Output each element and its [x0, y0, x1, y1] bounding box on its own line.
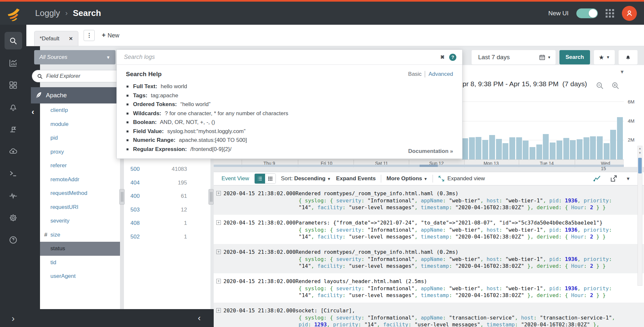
- field-item-tid[interactable]: tid: [40, 256, 120, 270]
- apps-grid-icon[interactable]: [606, 9, 614, 18]
- field-item-userAgent[interactable]: userAgent: [40, 269, 120, 283]
- histogram-bar[interactable]: [617, 117, 623, 159]
- settings-icon[interactable]: [5, 209, 22, 226]
- charts-icon[interactable]: [5, 54, 22, 72]
- histogram-bar[interactable]: [462, 138, 468, 159]
- value-key[interactable]: 400: [130, 189, 140, 203]
- chevron-down-icon[interactable]: ▼: [620, 69, 624, 75]
- event-row[interactable]: 2020-04-15 21:38:02.000 Rendered roomtyp…: [214, 185, 644, 215]
- grid-view-icon[interactable]: [265, 174, 275, 184]
- expand-event-icon[interactable]: [216, 279, 221, 283]
- search-icon[interactable]: [5, 32, 22, 49]
- expand-event-icon[interactable]: [216, 191, 221, 196]
- source-groups-icon[interactable]: [5, 120, 22, 138]
- histogram-bar[interactable]: [482, 140, 488, 159]
- value-key[interactable]: 502: [130, 230, 140, 244]
- collapse-explorer-icon[interactable]: ‹: [32, 107, 34, 116]
- scroll-up-icon[interactable]: ▲: [638, 147, 642, 150]
- chevron-down-icon[interactable]: ▼: [626, 176, 630, 181]
- field-item-module[interactable]: module: [40, 117, 120, 131]
- field-item-referer[interactable]: referer: [40, 159, 120, 173]
- new-ui-toggle[interactable]: [576, 8, 598, 18]
- share-icon[interactable]: [610, 175, 617, 183]
- histogram-bar[interactable]: [577, 139, 583, 159]
- histogram-bar[interactable]: [610, 130, 616, 159]
- histogram-bar[interactable]: [476, 137, 481, 159]
- avatar-user-icon[interactable]: [622, 6, 637, 21]
- chart-icon[interactable]: [593, 175, 601, 183]
- field-explorer-search[interactable]: Field Explorer: [32, 70, 127, 82]
- field-item-proxy[interactable]: proxy: [40, 145, 120, 159]
- time-range-picker[interactable]: Last 7 days ▼: [472, 50, 556, 64]
- tab-default[interactable]: *Default ✕: [34, 31, 78, 46]
- alerts-bell-button[interactable]: [619, 50, 637, 64]
- expanded-view-button[interactable]: Expanded view: [438, 175, 485, 182]
- field-item-clientIp[interactable]: clientIp: [40, 103, 120, 117]
- saved-searches-button[interactable]: ★▼: [594, 50, 615, 64]
- more-options-button[interactable]: More Options ▼: [386, 175, 427, 182]
- value-key[interactable]: 404: [130, 176, 140, 190]
- dashboards-icon[interactable]: [5, 76, 22, 94]
- close-tab-icon[interactable]: ✕: [69, 36, 73, 42]
- histogram-bar[interactable]: [536, 144, 542, 159]
- solarwinds-logo-icon[interactable]: [5, 5, 21, 21]
- event-view-label[interactable]: Event View: [221, 175, 249, 182]
- field-item-pid[interactable]: pid: [40, 131, 120, 145]
- field-item-requestURI[interactable]: requestURI: [40, 200, 120, 214]
- expand-event-icon[interactable]: [216, 250, 221, 254]
- histogram-bar[interactable]: [496, 139, 502, 159]
- list-view-icon[interactable]: [255, 174, 265, 184]
- field-item-size[interactable]: #size: [40, 228, 120, 242]
- histogram-bar[interactable]: [557, 141, 562, 159]
- event-row[interactable]: 2020-04-15 21:38:02.000 Parameters: {"fr…: [214, 215, 644, 244]
- zoom-out-icon[interactable]: [596, 81, 604, 90]
- histogram-bar[interactable]: [530, 147, 535, 159]
- event-scrollbar[interactable]: ▲ ▼: [637, 146, 642, 286]
- histogram-bar[interactable]: [563, 138, 569, 159]
- event-row[interactable]: 2020-04-15 21:38:02.000 Rendered roomtyp…: [214, 244, 644, 273]
- help-circle-icon[interactable]: ?: [449, 54, 456, 61]
- histogram-bar[interactable]: [570, 140, 576, 159]
- mode-basic-link[interactable]: Basic: [408, 71, 422, 77]
- help-icon[interactable]: [5, 231, 22, 249]
- live-tail-icon[interactable]: [5, 165, 22, 182]
- expand-event-icon[interactable]: [216, 220, 221, 225]
- histogram-bar[interactable]: [550, 143, 556, 159]
- expand-rail-icon[interactable]: ›: [0, 313, 26, 324]
- field-item-severity[interactable]: severity: [40, 214, 120, 228]
- sources-dropdown[interactable]: All Sources ▼: [34, 50, 115, 64]
- histogram-bar[interactable]: [604, 143, 610, 159]
- scrubber-thumb[interactable]: [420, 165, 438, 167]
- histogram-bar[interactable]: [543, 134, 549, 159]
- source-setup-icon[interactable]: [5, 143, 22, 160]
- zoom-in-icon[interactable]: [611, 81, 620, 90]
- expand-events-button[interactable]: Expand Events: [336, 175, 376, 182]
- histogram-bar[interactable]: [516, 137, 522, 159]
- histogram-bar[interactable]: [597, 136, 603, 159]
- scrollbar-thumb[interactable]: [638, 158, 642, 173]
- value-key[interactable]: 500: [130, 162, 140, 176]
- panel-resize-grip[interactable]: [208, 189, 214, 205]
- search-input[interactable]: Search logs ✖ ?: [117, 50, 462, 65]
- expand-event-icon[interactable]: [216, 308, 221, 313]
- sort-control[interactable]: Sort: Descending ▼: [281, 175, 331, 182]
- panel-resize-grip[interactable]: [119, 189, 125, 205]
- histogram-bar[interactable]: [509, 137, 515, 159]
- histogram-bar[interactable]: [469, 137, 475, 159]
- breadcrumb-brand[interactable]: Loggly: [35, 8, 60, 18]
- field-item-status[interactable]: status: [40, 242, 120, 256]
- timeline-scrubber[interactable]: [214, 165, 624, 167]
- tab-menu-kebab-icon[interactable]: ⋮: [84, 30, 95, 41]
- value-key[interactable]: 408: [130, 216, 140, 230]
- scroll-down-icon[interactable]: ▼: [638, 151, 642, 155]
- histogram-bar[interactable]: [584, 137, 589, 159]
- new-tab-button[interactable]: +New: [102, 32, 119, 39]
- field-group-header[interactable]: Apache: [31, 87, 127, 103]
- histogram-bar[interactable]: [523, 141, 529, 159]
- event-row[interactable]: 2020-04-15 21:38:02.000 socket: [Circula…: [214, 303, 644, 327]
- documentation-link[interactable]: Documentation »: [408, 148, 453, 155]
- clear-x-icon[interactable]: ✖: [440, 54, 445, 60]
- collapse-panel-icon[interactable]: ‹: [198, 313, 201, 323]
- histogram-bar[interactable]: [489, 135, 495, 159]
- histogram-bar[interactable]: [590, 136, 596, 159]
